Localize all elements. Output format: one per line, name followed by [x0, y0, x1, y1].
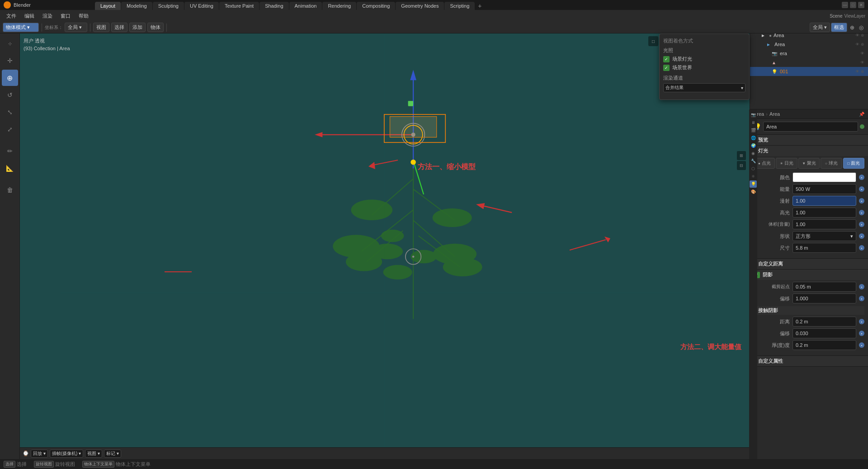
tab-modeling[interactable]: Modeling: [121, 2, 152, 10]
area2-eye-icon[interactable]: 👁: [855, 42, 859, 47]
contact-dist-dot[interactable]: •: [859, 319, 864, 324]
tab-geometry-nodes[interactable]: Geometry Nodes: [396, 2, 444, 10]
light-type-spot[interactable]: ▼ 聚光: [798, 158, 820, 169]
global-btn[interactable]: 全局 ▾: [810, 23, 830, 32]
volume-value[interactable]: 1.00: [793, 219, 856, 229]
props-tab-output[interactable]: 🖥: [750, 119, 757, 126]
tool-annotate[interactable]: ✏: [2, 143, 18, 159]
specular-dot-btn[interactable]: •: [859, 210, 864, 215]
tool-cursor[interactable]: ✛: [2, 52, 18, 69]
volume-dot-btn[interactable]: •: [859, 222, 864, 227]
contact-dist-value[interactable]: 0.2 m: [793, 317, 856, 327]
menu-render[interactable]: 渲染: [39, 12, 56, 20]
props-tab-object[interactable]: ◉: [750, 150, 757, 157]
color-dot-btn[interactable]: •: [859, 175, 864, 180]
menu-help[interactable]: 帮助: [75, 12, 92, 20]
tab-sculpting[interactable]: Sculpting: [153, 2, 184, 10]
contact-shadow-section-header[interactable]: ▶ 接触阴影: [754, 306, 864, 315]
tab-layout[interactable]: Layout: [95, 2, 121, 10]
props-tab-world[interactable]: 🌍: [750, 142, 757, 149]
contact-bias-dot[interactable]: •: [859, 331, 864, 336]
props-tab-light[interactable]: 💡: [750, 180, 757, 188]
timeline-type-icon[interactable]: ⌚: [23, 450, 29, 456]
specular-value[interactable]: 1.00: [793, 208, 856, 218]
tab-rendering[interactable]: Rendering: [322, 2, 356, 10]
props-tab-modifier[interactable]: 🔧: [750, 157, 757, 165]
custom-props-header[interactable]: ▶ 自定义属性: [750, 356, 868, 366]
empty-eye-icon[interactable]: 👁: [860, 60, 864, 65]
outliner-row-area2[interactable]: ► Area 👁 ⊕: [750, 40, 868, 49]
proportional-icon[interactable]: ◎: [857, 24, 865, 32]
tab-animation[interactable]: Animation: [289, 2, 322, 10]
props-tab-particles[interactable]: ⬡: [750, 165, 757, 172]
props-pin-icon[interactable]: 📌: [859, 112, 864, 117]
preview-section-header[interactable]: ▶ 预览: [750, 135, 868, 145]
size-dot-btn[interactable]: •: [859, 245, 864, 251]
light-cursor-icon[interactable]: ⊕: [861, 69, 864, 74]
menu-window[interactable]: 窗口: [57, 12, 74, 20]
energy-dot-btn[interactable]: •: [859, 186, 864, 192]
add-workspace-button[interactable]: +: [475, 2, 484, 10]
props-tab-render[interactable]: 📷: [750, 111, 757, 118]
tab-uv-editing[interactable]: UV Editing: [184, 2, 219, 10]
viewport[interactable]: 用户 透视 (93) Collection | Area: [20, 33, 750, 459]
snap-icon[interactable]: ⊕: [848, 24, 856, 32]
tab-compositing[interactable]: Compositing: [357, 2, 395, 10]
area1-cursor-icon[interactable]: ⊕: [861, 33, 864, 38]
light-type-area-circ[interactable]: ○ 球光: [821, 158, 842, 169]
area2-cursor-icon[interactable]: ⊕: [861, 42, 864, 47]
color-swatch[interactable]: [793, 172, 856, 182]
view-mode-btn[interactable]: 视图 ▾: [85, 450, 102, 458]
scene-lights-checkbox[interactable]: ✓: [663, 56, 670, 62]
tool-measure[interactable]: 📐: [2, 160, 18, 176]
tool-add[interactable]: 🗑: [2, 182, 18, 198]
props-tab-scene[interactable]: 🌐: [750, 134, 757, 142]
minimize-button[interactable]: —: [842, 2, 848, 8]
outliner-row-empty[interactable]: ▲ 👁: [750, 58, 868, 67]
area1-eye-icon[interactable]: 👁: [855, 33, 859, 38]
maximize-button[interactable]: □: [850, 2, 856, 8]
coord-dropdown[interactable]: 全局 ▾: [65, 23, 87, 32]
view-menu[interactable]: 视图: [93, 23, 109, 32]
marker-mode-btn[interactable]: 标记 ▾: [104, 450, 121, 458]
tool-scale[interactable]: ⤡: [2, 104, 18, 120]
energy-value[interactable]: 500 W: [793, 184, 856, 194]
props-tab-physics[interactable]: ⚛: [750, 173, 757, 180]
tool-rotate[interactable]: ↺: [2, 87, 18, 103]
tool-select[interactable]: ⊹: [2, 35, 18, 52]
menu-file[interactable]: 文件: [3, 12, 20, 20]
size-value[interactable]: 5.8 m: [793, 243, 856, 253]
outliner-row-camera[interactable]: 📷 era 👁: [750, 49, 868, 58]
diffuse-value[interactable]: 1.00: [793, 196, 856, 206]
menu-edit[interactable]: 编辑: [21, 12, 38, 20]
tab-texture-paint[interactable]: Texture Paint: [219, 2, 259, 10]
scene-world-checkbox[interactable]: ✓: [663, 65, 670, 71]
playback-mode-btn[interactable]: 回放 ▾: [31, 450, 48, 458]
breadcrumb-area2[interactable]: Area: [769, 111, 780, 117]
shape-value[interactable]: 正方形 ▾: [793, 231, 856, 241]
light-eye-icon[interactable]: 👁: [855, 69, 859, 74]
custom-dist-header[interactable]: ▶ 自定义距离: [750, 259, 868, 269]
tool-move[interactable]: ⊕: [2, 70, 18, 86]
light-type-area[interactable]: □ 面光: [843, 158, 864, 169]
contact-bias-value[interactable]: 0.030: [793, 328, 856, 338]
bias-dot[interactable]: •: [859, 296, 864, 301]
tab-shading[interactable]: Shading: [259, 2, 288, 10]
mode-selector[interactable]: 物体模式 ▾: [3, 23, 39, 32]
tab-scripting[interactable]: Scripting: [444, 2, 475, 10]
viewport-icon-2[interactable]: ⊟: [737, 161, 746, 170]
clip-start-dot[interactable]: •: [859, 284, 864, 289]
diffuse-dot-btn[interactable]: •: [859, 198, 864, 204]
bias-value[interactable]: 1.000: [793, 294, 856, 303]
add-menu[interactable]: 添加: [129, 23, 146, 32]
tool-transform[interactable]: ⤢: [2, 121, 18, 137]
wireframe-mode-btn[interactable]: □: [648, 36, 658, 46]
props-tab-material[interactable]: 🎨: [750, 188, 757, 195]
object-name-field[interactable]: [763, 122, 858, 132]
light-type-sun[interactable]: ☀ 日光: [776, 158, 797, 169]
close-button[interactable]: ✕: [858, 2, 864, 8]
outliner-row-light[interactable]: 💡 001 👁 ⊕: [750, 67, 868, 76]
thickness-value[interactable]: 0.2 m: [793, 340, 856, 350]
light-section-header[interactable]: ▶ 灯光: [750, 146, 868, 156]
keying-mode-btn[interactable]: 插帧(摄像机) ▾: [50, 450, 83, 458]
